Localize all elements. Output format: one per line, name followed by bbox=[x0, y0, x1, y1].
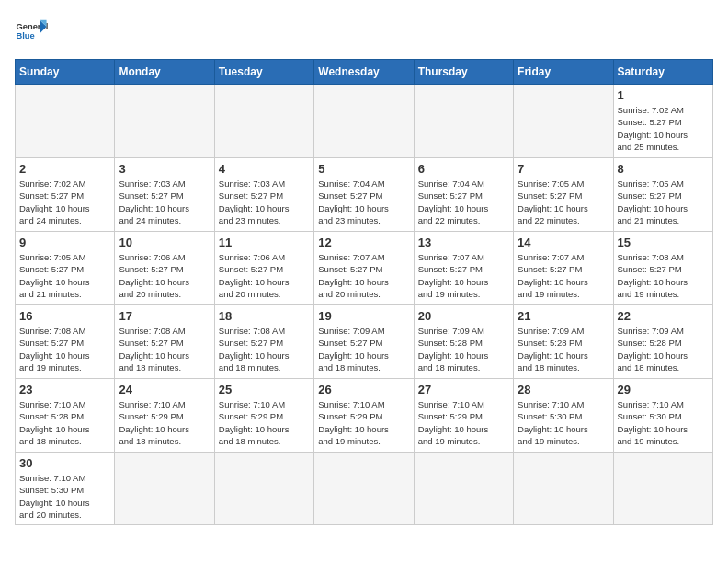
header-saturday: Saturday bbox=[613, 60, 712, 85]
day-info: Sunrise: 7:05 AMSunset: 5:27 PMDaylight:… bbox=[618, 178, 709, 226]
day-info: Sunrise: 7:10 AMSunset: 5:30 PMDaylight:… bbox=[618, 398, 709, 447]
day-info: Sunrise: 7:09 AMSunset: 5:28 PMDaylight:… bbox=[518, 325, 609, 373]
week-row-2: 2Sunrise: 7:02 AMSunset: 5:27 PMDaylight… bbox=[16, 158, 713, 232]
day-number: 14 bbox=[518, 236, 609, 249]
calendar-cell: 28Sunrise: 7:10 AMSunset: 5:30 PMDayligh… bbox=[514, 379, 613, 453]
day-number: 1 bbox=[618, 88, 709, 102]
calendar-cell: 10Sunrise: 7:06 AMSunset: 5:27 PMDayligh… bbox=[115, 232, 214, 305]
calendar-cell: 30Sunrise: 7:10 AMSunset: 5:30 PMDayligh… bbox=[16, 453, 115, 525]
logo: General Blue bbox=[15, 15, 48, 48]
calendar-cell bbox=[115, 85, 214, 158]
day-number: 13 bbox=[418, 236, 509, 249]
calendar-cell: 22Sunrise: 7:09 AMSunset: 5:28 PMDayligh… bbox=[613, 305, 712, 379]
day-number: 22 bbox=[618, 309, 709, 323]
day-number: 10 bbox=[119, 236, 210, 249]
calendar-cell: 6Sunrise: 7:04 AMSunset: 5:27 PMDaylight… bbox=[414, 158, 513, 232]
calendar-cell bbox=[514, 453, 613, 525]
calendar-cell: 14Sunrise: 7:07 AMSunset: 5:27 PMDayligh… bbox=[514, 232, 613, 305]
day-info: Sunrise: 7:08 AMSunset: 5:27 PMDaylight:… bbox=[119, 325, 210, 373]
calendar-table: SundayMondayTuesdayWednesdayThursdayFrid… bbox=[15, 59, 713, 525]
day-number: 29 bbox=[618, 383, 709, 396]
day-number: 19 bbox=[318, 309, 409, 323]
week-row-1: 1Sunrise: 7:02 AMSunset: 5:27 PMDaylight… bbox=[16, 85, 713, 158]
day-info: Sunrise: 7:08 AMSunset: 5:27 PMDaylight:… bbox=[219, 325, 310, 373]
day-number: 9 bbox=[19, 236, 110, 249]
header-friday: Friday bbox=[514, 60, 613, 85]
calendar-cell bbox=[314, 85, 414, 158]
day-info: Sunrise: 7:05 AMSunset: 5:27 PMDaylight:… bbox=[19, 251, 110, 300]
calendar-cell bbox=[613, 453, 712, 525]
day-info: Sunrise: 7:09 AMSunset: 5:28 PMDaylight:… bbox=[618, 325, 709, 373]
calendar-cell: 9Sunrise: 7:05 AMSunset: 5:27 PMDaylight… bbox=[16, 232, 115, 305]
calendar-cell bbox=[414, 85, 513, 158]
calendar-cell bbox=[115, 453, 214, 525]
day-number: 27 bbox=[418, 383, 509, 396]
calendar-cell: 16Sunrise: 7:08 AMSunset: 5:27 PMDayligh… bbox=[16, 305, 115, 379]
calendar-cell: 25Sunrise: 7:10 AMSunset: 5:29 PMDayligh… bbox=[214, 379, 313, 453]
calendar-cell: 19Sunrise: 7:09 AMSunset: 5:27 PMDayligh… bbox=[314, 305, 414, 379]
logo-icon: General Blue bbox=[15, 15, 48, 48]
day-info: Sunrise: 7:08 AMSunset: 5:27 PMDaylight:… bbox=[618, 251, 709, 300]
calendar-cell: 24Sunrise: 7:10 AMSunset: 5:29 PMDayligh… bbox=[115, 379, 214, 453]
day-info: Sunrise: 7:10 AMSunset: 5:28 PMDaylight:… bbox=[19, 398, 110, 447]
day-info: Sunrise: 7:10 AMSunset: 5:29 PMDaylight:… bbox=[318, 398, 409, 447]
calendar-cell: 12Sunrise: 7:07 AMSunset: 5:27 PMDayligh… bbox=[314, 232, 414, 305]
week-row-3: 9Sunrise: 7:05 AMSunset: 5:27 PMDaylight… bbox=[16, 232, 713, 305]
day-number: 25 bbox=[219, 383, 310, 396]
week-row-5: 23Sunrise: 7:10 AMSunset: 5:28 PMDayligh… bbox=[16, 379, 713, 453]
day-info: Sunrise: 7:06 AMSunset: 5:27 PMDaylight:… bbox=[219, 251, 310, 300]
day-number: 12 bbox=[318, 236, 409, 249]
day-info: Sunrise: 7:09 AMSunset: 5:28 PMDaylight:… bbox=[418, 325, 509, 373]
day-info: Sunrise: 7:10 AMSunset: 5:29 PMDaylight:… bbox=[219, 398, 310, 447]
calendar-cell: 5Sunrise: 7:04 AMSunset: 5:27 PMDaylight… bbox=[314, 158, 414, 232]
calendar-cell: 2Sunrise: 7:02 AMSunset: 5:27 PMDaylight… bbox=[16, 158, 115, 232]
day-number: 21 bbox=[518, 309, 609, 323]
day-info: Sunrise: 7:06 AMSunset: 5:27 PMDaylight:… bbox=[119, 251, 210, 300]
day-info: Sunrise: 7:04 AMSunset: 5:27 PMDaylight:… bbox=[318, 178, 409, 226]
calendar-cell bbox=[214, 85, 313, 158]
day-number: 24 bbox=[119, 383, 210, 396]
header-thursday: Thursday bbox=[414, 60, 513, 85]
calendar-cell bbox=[514, 85, 613, 158]
calendar-cell: 1Sunrise: 7:02 AMSunset: 5:27 PMDaylight… bbox=[613, 85, 712, 158]
day-number: 16 bbox=[19, 309, 110, 323]
day-number: 28 bbox=[518, 383, 609, 396]
week-row-4: 16Sunrise: 7:08 AMSunset: 5:27 PMDayligh… bbox=[16, 305, 713, 379]
day-number: 26 bbox=[318, 383, 409, 396]
calendar-cell: 29Sunrise: 7:10 AMSunset: 5:30 PMDayligh… bbox=[613, 379, 712, 453]
calendar-cell: 26Sunrise: 7:10 AMSunset: 5:29 PMDayligh… bbox=[314, 379, 414, 453]
day-info: Sunrise: 7:08 AMSunset: 5:27 PMDaylight:… bbox=[19, 325, 110, 373]
calendar-cell: 17Sunrise: 7:08 AMSunset: 5:27 PMDayligh… bbox=[115, 305, 214, 379]
calendar-cell bbox=[214, 453, 313, 525]
calendar-cell bbox=[314, 453, 414, 525]
day-number: 18 bbox=[219, 309, 310, 323]
calendar-cell: 4Sunrise: 7:03 AMSunset: 5:27 PMDaylight… bbox=[214, 158, 313, 232]
day-info: Sunrise: 7:09 AMSunset: 5:27 PMDaylight:… bbox=[318, 325, 409, 373]
calendar-cell bbox=[16, 85, 115, 158]
calendar-cell: 21Sunrise: 7:09 AMSunset: 5:28 PMDayligh… bbox=[514, 305, 613, 379]
calendar-cell: 8Sunrise: 7:05 AMSunset: 5:27 PMDaylight… bbox=[613, 158, 712, 232]
calendar-cell: 18Sunrise: 7:08 AMSunset: 5:27 PMDayligh… bbox=[214, 305, 313, 379]
week-row-6: 30Sunrise: 7:10 AMSunset: 5:30 PMDayligh… bbox=[16, 453, 713, 525]
day-info: Sunrise: 7:03 AMSunset: 5:27 PMDaylight:… bbox=[119, 178, 210, 226]
header-sunday: Sunday bbox=[16, 60, 115, 85]
calendar-cell: 11Sunrise: 7:06 AMSunset: 5:27 PMDayligh… bbox=[214, 232, 313, 305]
day-number: 20 bbox=[418, 309, 509, 323]
header-tuesday: Tuesday bbox=[214, 60, 313, 85]
calendar-cell bbox=[414, 453, 513, 525]
calendar-cell: 27Sunrise: 7:10 AMSunset: 5:29 PMDayligh… bbox=[414, 379, 513, 453]
weekday-header-row: SundayMondayTuesdayWednesdayThursdayFrid… bbox=[16, 60, 713, 85]
day-info: Sunrise: 7:10 AMSunset: 5:30 PMDaylight:… bbox=[518, 398, 609, 447]
page-header: General Blue bbox=[15, 15, 713, 48]
day-number: 30 bbox=[19, 456, 110, 470]
calendar-cell: 20Sunrise: 7:09 AMSunset: 5:28 PMDayligh… bbox=[414, 305, 513, 379]
day-info: Sunrise: 7:07 AMSunset: 5:27 PMDaylight:… bbox=[418, 251, 509, 300]
header-monday: Monday bbox=[115, 60, 214, 85]
svg-text:Blue: Blue bbox=[16, 31, 34, 40]
day-info: Sunrise: 7:10 AMSunset: 5:29 PMDaylight:… bbox=[119, 398, 210, 447]
calendar-cell: 15Sunrise: 7:08 AMSunset: 5:27 PMDayligh… bbox=[613, 232, 712, 305]
header-wednesday: Wednesday bbox=[314, 60, 414, 85]
day-info: Sunrise: 7:02 AMSunset: 5:27 PMDaylight:… bbox=[19, 178, 110, 226]
day-number: 23 bbox=[19, 383, 110, 396]
day-number: 15 bbox=[618, 236, 709, 249]
